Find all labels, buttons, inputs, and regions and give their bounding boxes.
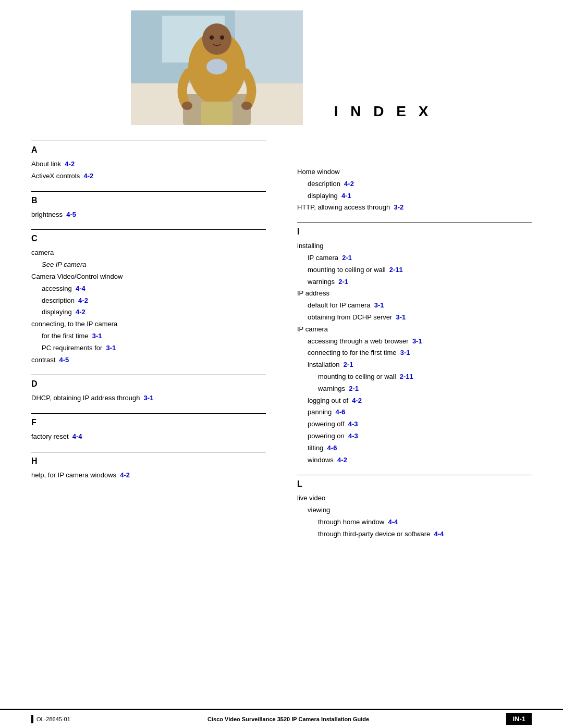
svg-point-10 xyxy=(210,35,214,40)
content-area: A About link 4-2 ActiveX controls 4-2 B … xyxy=(0,141,563,549)
left-column: A About link 4-2 ActiveX controls 4-2 B … xyxy=(31,141,282,549)
footer-left: OL-28645-01 xyxy=(31,715,70,723)
divider-c xyxy=(31,229,266,230)
divider-a xyxy=(31,141,266,141)
list-item: accessing through a web browser 3-1 xyxy=(308,336,532,347)
svg-point-7 xyxy=(206,59,227,75)
svg-point-11 xyxy=(220,35,224,40)
letter-b: B xyxy=(31,196,266,205)
footer-title: Cisco Video Surveillance 3520 IP Camera … xyxy=(207,716,369,722)
page-number: IN-1 xyxy=(506,713,532,725)
list-item: obtaining from DCHP server 3-1 xyxy=(308,312,532,323)
list-item: live video xyxy=(297,493,532,504)
list-item: connecting, to the IP camera xyxy=(31,319,266,330)
list-item: through third-party device or software 4… xyxy=(318,529,532,540)
list-item: displaying 4-1 xyxy=(308,191,532,202)
list-item: default for IP camera 3-1 xyxy=(308,300,532,311)
section-c: C camera See IP camera Camera Video/Cont… xyxy=(31,229,266,365)
list-item: PC requirements for 3-1 xyxy=(42,343,266,354)
divider-f xyxy=(31,413,266,414)
svg-point-8 xyxy=(182,102,192,110)
list-item: DHCP, obtaining IP address through 3-1 xyxy=(31,393,266,404)
letter-c: C xyxy=(31,234,266,243)
list-item: factory reset 4-4 xyxy=(31,431,266,442)
list-item: tilting 4-6 xyxy=(308,443,532,454)
list-item: connecting to for the first time 3-1 xyxy=(308,348,532,359)
section-f: F factory reset 4-4 xyxy=(31,413,266,442)
list-item: warnings 2-1 xyxy=(318,384,532,394)
divider-l xyxy=(297,475,532,475)
doc-number: OL-28645-01 xyxy=(36,716,70,722)
list-item: Home window xyxy=(297,167,532,178)
list-item: contrast 4-5 xyxy=(31,355,266,366)
list-item: powering on 4-3 xyxy=(308,431,532,442)
list-item: powering off 4-3 xyxy=(308,419,532,430)
index-title: I N D E X xyxy=(334,103,433,125)
footer-bar-icon xyxy=(31,715,33,723)
list-item: IP address xyxy=(297,288,532,299)
list-item: panning 4-6 xyxy=(308,407,532,418)
list-item: through home window 4-4 xyxy=(318,517,532,528)
list-item: mounting to ceiling or wall 2-11 xyxy=(318,372,532,382)
letter-f: F xyxy=(31,418,266,427)
list-item: HTTP, allowing access through 3-2 xyxy=(297,202,532,213)
right-column: Home window description 4-2 displaying 4… xyxy=(282,141,532,549)
list-item: viewing xyxy=(308,505,532,516)
list-item: About link 4-2 xyxy=(31,159,266,170)
list-item: ActiveX controls 4-2 xyxy=(31,171,266,182)
section-h: H help, for IP camera windows 4-2 xyxy=(31,452,266,481)
list-item: IP camera 2-1 xyxy=(308,253,532,264)
letter-i: I xyxy=(297,227,532,237)
divider-h xyxy=(31,452,266,452)
list-item: Camera Video/Control window xyxy=(31,272,266,282)
svg-point-9 xyxy=(241,102,252,110)
section-d: D DHCP, obtaining IP address through 3-1 xyxy=(31,375,266,404)
list-item: installation 2-1 xyxy=(308,360,532,371)
section-home: Home window description 4-2 displaying 4… xyxy=(297,141,532,213)
svg-rect-12 xyxy=(201,102,232,125)
list-item: See IP camera xyxy=(42,260,266,270)
section-b: B brightness 4-5 xyxy=(31,191,266,220)
letter-h: H xyxy=(31,456,266,466)
page: I N D E X A About link 4-2 ActiveX contr… xyxy=(0,0,563,728)
list-item: mounting to ceiling or wall 2-11 xyxy=(308,265,532,276)
list-item: displaying 4-2 xyxy=(42,307,266,318)
list-item: for the first time 3-1 xyxy=(42,331,266,342)
list-item: brightness 4-5 xyxy=(31,209,266,220)
section-l: L live video viewing through home window… xyxy=(297,475,532,539)
footer: OL-28645-01 Cisco Video Surveillance 352… xyxy=(0,709,563,728)
divider-i xyxy=(297,223,532,223)
divider-b xyxy=(31,191,266,192)
list-item: IP camera xyxy=(297,324,532,335)
letter-a: A xyxy=(31,145,266,155)
list-item: warnings 2-1 xyxy=(308,277,532,288)
section-a: A About link 4-2 ActiveX controls 4-2 xyxy=(31,141,266,182)
list-item: accessing 4-4 xyxy=(42,283,266,294)
svg-point-6 xyxy=(202,23,231,55)
list-item: logging out of 4-2 xyxy=(308,396,532,406)
section-i: I installing IP camera 2-1 mounting to c… xyxy=(297,223,532,465)
letter-d: D xyxy=(31,379,266,389)
list-item: help, for IP camera windows 4-2 xyxy=(31,470,266,481)
divider-d xyxy=(31,375,266,375)
list-item: camera xyxy=(31,248,266,258)
letter-l: L xyxy=(297,479,532,489)
header-photo xyxy=(131,10,303,125)
list-item: installing xyxy=(297,241,532,252)
header-area: I N D E X xyxy=(0,0,563,141)
list-item: windows 4-2 xyxy=(308,455,532,466)
list-item: description 4-2 xyxy=(42,295,266,306)
list-item: description 4-2 xyxy=(308,179,532,190)
